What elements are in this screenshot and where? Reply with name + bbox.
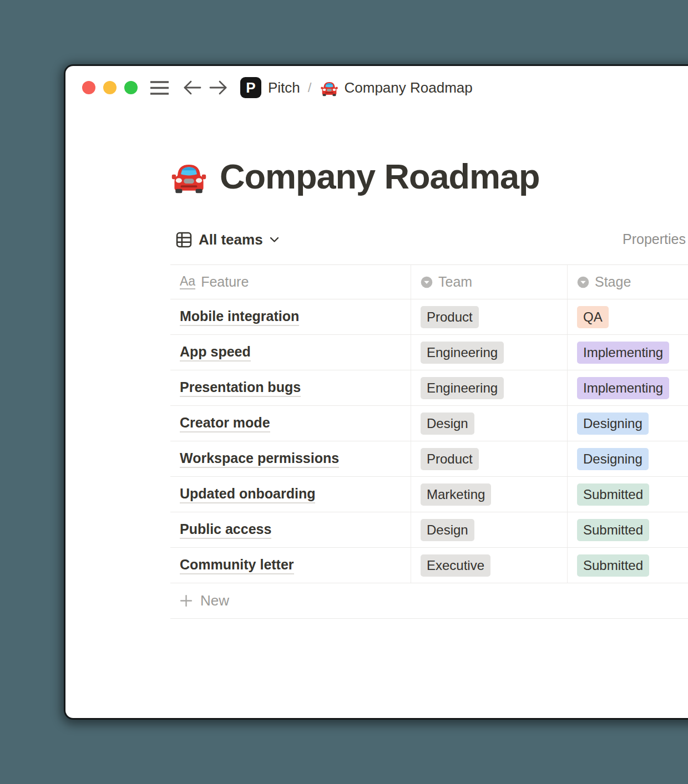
column-header-team[interactable]: Team bbox=[411, 265, 567, 299]
feature-title: Updated onboarding bbox=[180, 486, 315, 503]
table-row: Public access Design Submitted bbox=[170, 512, 688, 548]
breadcrumb-separator: / bbox=[308, 80, 312, 95]
app-window: P Pitch / Company Roadmap bbox=[65, 66, 688, 718]
feature-cell[interactable]: Creator mode bbox=[170, 406, 411, 441]
column-header-stage[interactable]: Stage bbox=[567, 265, 688, 299]
stage-badge: Submitted bbox=[577, 554, 649, 577]
feature-title: Community letter bbox=[180, 557, 294, 574]
hamburger-icon bbox=[150, 80, 169, 95]
team-cell[interactable]: Engineering bbox=[411, 335, 567, 370]
back-button[interactable] bbox=[183, 79, 202, 96]
feature-title: Mobile integration bbox=[180, 308, 299, 326]
new-row-label: New bbox=[200, 592, 229, 609]
stage-badge: Designing bbox=[577, 413, 649, 435]
team-cell[interactable]: Design bbox=[411, 512, 567, 547]
table-view-icon bbox=[176, 232, 192, 248]
feature-cell[interactable]: Updated onboarding bbox=[170, 477, 411, 512]
team-badge: Design bbox=[421, 519, 474, 541]
team-badge: Executive bbox=[421, 554, 490, 577]
feature-cell[interactable]: Workspace permissions bbox=[170, 441, 411, 476]
breadcrumb-page[interactable]: Company Roadmap bbox=[344, 79, 472, 96]
feature-title: App speed bbox=[180, 344, 251, 362]
stage-badge: QA bbox=[577, 306, 609, 328]
table-row: Updated onboarding Marketing Submitted bbox=[170, 477, 688, 512]
select-property-icon bbox=[577, 276, 589, 288]
feature-cell[interactable]: App speed bbox=[170, 335, 411, 370]
minimize-button[interactable] bbox=[103, 81, 117, 94]
table-row: Workspace permissions Product Designing bbox=[170, 441, 688, 477]
feature-title: Creator mode bbox=[180, 415, 270, 432]
team-badge: Engineering bbox=[421, 342, 504, 364]
stage-badge: Submitted bbox=[577, 519, 649, 541]
team-cell[interactable]: Product bbox=[411, 299, 567, 334]
team-badge: Marketing bbox=[421, 483, 491, 506]
team-badge: Product bbox=[421, 306, 479, 328]
team-badge: Design bbox=[421, 413, 474, 435]
stage-cell[interactable]: Designing bbox=[567, 406, 688, 441]
team-cell[interactable]: Engineering bbox=[411, 370, 567, 405]
page-content: Company Roadmap All teams Properties bbox=[65, 155, 688, 619]
page-title: Company Roadmap bbox=[220, 156, 540, 196]
stage-cell[interactable]: QA bbox=[567, 299, 688, 334]
stage-badge: Submitted bbox=[577, 483, 649, 506]
stage-cell[interactable]: Implementing bbox=[567, 335, 688, 370]
feature-cell[interactable]: Mobile integration bbox=[170, 299, 411, 334]
chevron-down-icon bbox=[270, 237, 279, 243]
stage-cell[interactable]: Designing bbox=[567, 441, 688, 476]
feature-title: Workspace permissions bbox=[180, 450, 339, 468]
feature-title: Public access bbox=[180, 521, 271, 539]
column-label: Stage bbox=[595, 274, 631, 290]
title-property-icon: Aa bbox=[180, 274, 195, 289]
table-header-row: Aa Feature Team Stage bbox=[170, 264, 688, 299]
team-cell[interactable]: Marketing bbox=[411, 477, 567, 512]
title-bar: P Pitch / Company Roadmap bbox=[65, 66, 688, 98]
column-label: Feature bbox=[201, 274, 249, 290]
column-header-feature[interactable]: Aa Feature bbox=[170, 265, 411, 299]
back-arrow-icon bbox=[183, 79, 202, 96]
workspace-logo[interactable]: P bbox=[240, 77, 261, 98]
close-button[interactable] bbox=[82, 81, 95, 94]
stage-badge: Implementing bbox=[577, 342, 669, 364]
stage-cell[interactable]: Implementing bbox=[567, 370, 688, 405]
feature-cell[interactable]: Presentation bugs bbox=[170, 370, 411, 405]
view-name: All teams bbox=[199, 231, 263, 248]
zoom-button[interactable] bbox=[124, 81, 138, 94]
feature-cell[interactable]: Public access bbox=[170, 512, 411, 547]
properties-button[interactable]: Properties bbox=[623, 231, 686, 247]
team-cell[interactable]: Product bbox=[411, 441, 567, 476]
plus-icon bbox=[179, 594, 193, 608]
stage-cell[interactable]: Submitted bbox=[567, 548, 688, 583]
table-row: Mobile integration Product QA bbox=[170, 299, 688, 335]
team-cell[interactable]: Executive bbox=[411, 548, 567, 583]
sidebar-toggle-button[interactable] bbox=[150, 80, 169, 95]
forward-button[interactable] bbox=[209, 79, 228, 96]
feature-cell[interactable]: Community letter bbox=[170, 548, 411, 583]
feature-title: Presentation bugs bbox=[180, 379, 301, 397]
table-row: Presentation bugs Engineering Implementi… bbox=[170, 370, 688, 406]
car-icon bbox=[320, 79, 338, 97]
stage-badge: Designing bbox=[577, 448, 649, 470]
breadcrumb-workspace[interactable]: Pitch bbox=[268, 79, 300, 96]
column-label: Team bbox=[438, 274, 472, 290]
page-emoji-car-icon[interactable] bbox=[170, 158, 208, 195]
stage-cell[interactable]: Submitted bbox=[567, 512, 688, 547]
stage-badge: Implementing bbox=[577, 377, 669, 399]
table-row: App speed Engineering Implementing bbox=[170, 335, 688, 370]
roadmap-table: Aa Feature Team Stage Mobile int bbox=[170, 264, 688, 619]
table-row: Community letter Executive Submitted bbox=[170, 548, 688, 583]
table-row: Creator mode Design Designing bbox=[170, 406, 688, 441]
view-selector[interactable]: All teams bbox=[176, 231, 279, 248]
workspace-logo-letter: P bbox=[246, 79, 255, 96]
select-property-icon bbox=[421, 276, 433, 288]
forward-arrow-icon bbox=[209, 79, 228, 96]
new-row-button[interactable]: New bbox=[170, 583, 688, 619]
team-cell[interactable]: Design bbox=[411, 406, 567, 441]
stage-cell[interactable]: Submitted bbox=[567, 477, 688, 512]
team-badge: Engineering bbox=[421, 377, 504, 399]
team-badge: Product bbox=[421, 448, 479, 470]
